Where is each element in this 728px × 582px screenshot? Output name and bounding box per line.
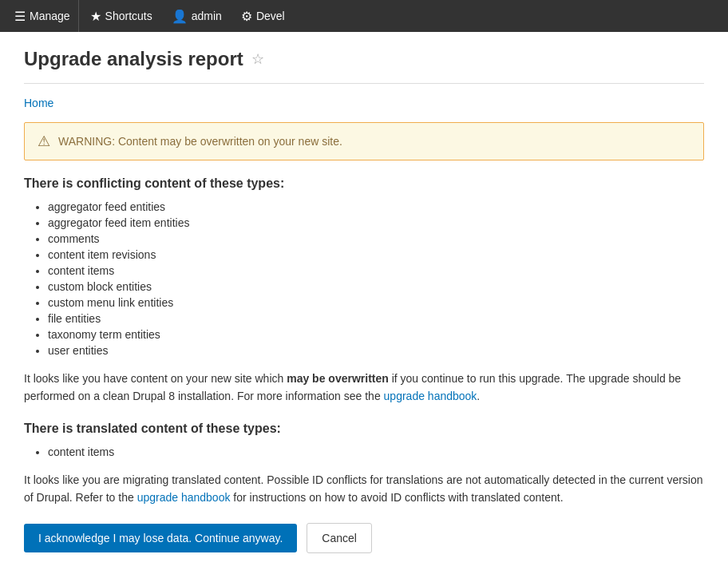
button-row: I acknowledge I may lose data. Continue … [24, 523, 704, 553]
info-paragraph: It looks like you have content on your n… [24, 370, 704, 406]
info-text-end: . [477, 390, 480, 402]
admin-label: admin [192, 10, 222, 22]
list-item: aggregator feed item entities [48, 216, 704, 229]
translated-info-end: for instructions on how to avoid ID conf… [230, 491, 563, 504]
confirm-button[interactable]: I acknowledge I may lose data. Continue … [24, 524, 297, 552]
warning-text: WARNING: Content may be overwritten on y… [58, 135, 342, 148]
list-item: custom menu link entities [48, 296, 704, 309]
list-item: content items [48, 445, 704, 458]
warning-icon: ⚠ [38, 133, 50, 150]
bookmark-icon[interactable]: ☆ [251, 50, 264, 68]
translated-list: content items [48, 445, 704, 458]
list-item: file entities [48, 312, 704, 325]
gear-icon: ⚙ [241, 9, 252, 24]
shortcuts-nav-item[interactable]: ★ Shortcuts [82, 0, 160, 32]
breadcrumb: Home [24, 97, 704, 109]
main-content: Upgrade analysis report ☆ Home ⚠ WARNING… [0, 32, 728, 569]
info-bold: may be overwritten [287, 372, 389, 385]
manage-nav-item[interactable]: ☰ Manage [6, 0, 79, 32]
upgrade-handbook-link[interactable]: upgrade handbook [384, 390, 477, 402]
list-item: content items [48, 264, 704, 277]
list-item: custom block entities [48, 280, 704, 293]
list-item: comments [48, 232, 704, 245]
topbar: ☰ Manage ★ Shortcuts 👤 admin ⚙ Devel [0, 0, 728, 32]
conflict-list: aggregator feed entitiesaggregator feed … [48, 200, 704, 357]
translated-info-paragraph: It looks like you are migrating translat… [24, 471, 704, 507]
admin-nav-item[interactable]: 👤 admin [164, 0, 230, 32]
cancel-button[interactable]: Cancel [307, 523, 372, 553]
hamburger-icon: ☰ [14, 9, 26, 24]
translated-handbook-link[interactable]: upgrade handbook [137, 491, 231, 504]
page-title: Upgrade analysis report [24, 48, 243, 70]
shortcuts-label: Shortcuts [105, 10, 152, 22]
star-icon: ★ [90, 9, 101, 24]
breadcrumb-home-link[interactable]: Home [24, 97, 53, 109]
conflicting-heading: There is conflicting content of these ty… [24, 176, 704, 191]
list-item: aggregator feed entities [48, 200, 704, 213]
list-item: user entities [48, 344, 704, 357]
devel-label: Devel [256, 10, 285, 22]
list-item: taxonomy term entities [48, 328, 704, 341]
translated-heading: There is translated content of these typ… [24, 422, 704, 436]
person-icon: 👤 [172, 9, 188, 24]
devel-nav-item[interactable]: ⚙ Devel [233, 0, 293, 32]
info-text-1: It looks like you have content on your n… [24, 372, 287, 385]
list-item: content item revisions [48, 248, 704, 261]
page-title-row: Upgrade analysis report ☆ [24, 48, 704, 84]
manage-label: Manage [30, 10, 70, 22]
warning-box: ⚠ WARNING: Content may be overwritten on… [24, 122, 704, 160]
